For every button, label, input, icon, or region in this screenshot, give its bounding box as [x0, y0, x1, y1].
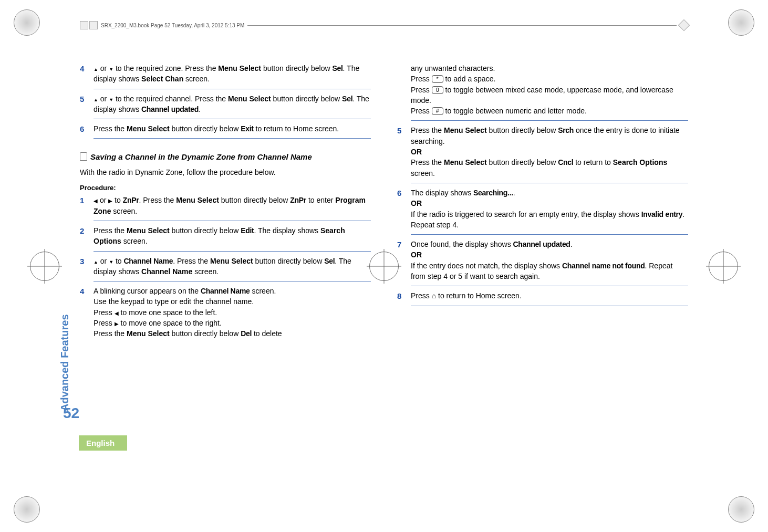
- step-6: 6 Press the Menu Select button directly …: [80, 123, 371, 139]
- text: to enter: [306, 196, 335, 204]
- text: to toggle between mixed case mode, upper…: [411, 86, 673, 105]
- text: screen.: [183, 75, 210, 83]
- subheading: Saving a Channel in the Dynamic Zone fro…: [80, 151, 371, 163]
- text: Once found, the display shows: [411, 240, 513, 248]
- search-options-label: Search Options: [613, 158, 667, 166]
- text: or: [98, 95, 109, 103]
- step-number: 8: [397, 290, 404, 306]
- step-body: or to the required channel. Press the Me…: [94, 93, 371, 120]
- step-body: or to Channel Name. Press the Menu Selec…: [94, 256, 371, 282]
- text: to the required zone. Press the: [113, 64, 218, 72]
- proc-step-4: 4 A blinking cursor appears on the Chann…: [80, 286, 371, 343]
- proc-step-5: 5 Press the Menu Select button directly …: [397, 125, 688, 183]
- proc-step-7: 7 Once found, the display shows Channel …: [397, 239, 688, 286]
- step-number: 7: [397, 239, 404, 286]
- text: screen.: [250, 287, 276, 295]
- down-arrow-icon: [109, 257, 113, 265]
- text: .: [570, 240, 573, 248]
- text: screen.: [121, 237, 148, 245]
- page-number: 52: [63, 405, 79, 422]
- step-5: 5 or to the required channel. Press the …: [80, 93, 371, 120]
- menu-select-label: Menu Select: [210, 257, 253, 265]
- or-label: OR: [411, 199, 422, 207]
- step-number: 5: [80, 93, 87, 120]
- proc-step-8: 8 Press to return to Home screen.: [397, 290, 688, 306]
- text: Press: [94, 308, 115, 317]
- left-arrow-icon: [115, 308, 119, 317]
- step-body: Press to return to Home screen.: [411, 290, 688, 306]
- step-number: 4: [80, 63, 87, 89]
- align-target-left: [30, 252, 59, 280]
- side-tab-label: Advanced Features: [59, 280, 71, 411]
- edit-label: Edit: [241, 226, 254, 235]
- text: Press the: [411, 158, 444, 166]
- step-body: Press the Menu Select button directly be…: [411, 125, 688, 183]
- intro-text: With the radio in Dynamic Zone, follow t…: [80, 167, 371, 178]
- align-target-right: [709, 252, 738, 280]
- procedure-label: Procedure:: [80, 183, 371, 193]
- step-body: or to the required zone. Press the Menu …: [94, 63, 371, 89]
- text: The display shows: [411, 189, 473, 197]
- text: . Press the: [139, 196, 176, 204]
- up-arrow-icon: [94, 257, 98, 265]
- crop-mark-br: [728, 496, 754, 523]
- zero-key-icon: 0: [432, 86, 443, 94]
- text: to: [113, 257, 123, 265]
- exit-label: Exit: [241, 124, 253, 133]
- text: or: [98, 196, 108, 204]
- channel-name-label: Channel Name: [124, 257, 173, 265]
- text: to delete: [252, 329, 282, 338]
- invalid-entry-label: Invalid entry: [641, 210, 683, 218]
- text: screen.: [111, 207, 137, 215]
- step-number-empty: [397, 63, 404, 121]
- step-number: 4: [80, 286, 87, 343]
- left-arrow-icon: [94, 196, 98, 204]
- proc-step-6: 6 The display shows Searching.... OR If …: [397, 187, 688, 235]
- proc-step-1: 1 or to ZnPr. Press the Menu Select butt…: [80, 195, 371, 221]
- book-icon: [89, 21, 98, 29]
- text: Press the: [94, 226, 127, 235]
- right-arrow-icon: [115, 319, 119, 327]
- sel-label: Sel: [342, 95, 352, 103]
- text: screen.: [411, 169, 435, 178]
- text: screen.: [192, 267, 219, 276]
- not-found-label: Channel name not found: [562, 262, 645, 270]
- menu-select-label: Menu Select: [127, 329, 170, 338]
- text: . The display shows: [254, 226, 320, 235]
- text: Press: [411, 75, 432, 83]
- down-arrow-icon: [109, 64, 113, 72]
- text: to move one space to the left.: [119, 308, 217, 317]
- book-header-text: SRX_2200_M3.book Page 52 Tuesday, April …: [101, 23, 244, 28]
- proc-step-4-cont: any unwanted characters. Press * to add …: [397, 63, 688, 121]
- text: If the entry does not match, the display…: [411, 262, 562, 270]
- crop-mark-tr: [728, 9, 754, 36]
- text: If the radio is triggered to search for …: [411, 210, 641, 218]
- text: to the required channel. Press the: [113, 95, 228, 103]
- text: Press: [411, 107, 432, 115]
- text: button directly below: [271, 95, 342, 103]
- text: Press: [411, 86, 432, 94]
- home-icon: [432, 291, 436, 300]
- book-header: SRX_2200_M3.book Page 52 Tuesday, April …: [80, 21, 688, 29]
- text: to return to: [573, 158, 613, 166]
- text: or: [98, 257, 109, 265]
- channel-updated-label: Channel updated: [513, 240, 570, 248]
- text: to move one space to the right.: [119, 319, 222, 327]
- step-number: 6: [80, 123, 87, 139]
- text: Press the: [94, 329, 127, 338]
- proc-step-2: 2 Press the Menu Select button directly …: [80, 225, 371, 252]
- step-body: Press the Menu Select button directly be…: [94, 225, 371, 252]
- text: Press the: [411, 126, 444, 134]
- or-label: OR: [411, 251, 422, 259]
- text: to: [112, 196, 122, 204]
- side-tab: Advanced Features: [59, 280, 75, 453]
- text: button directly below: [487, 158, 558, 166]
- channel-updated-label: Channel updated: [141, 105, 199, 113]
- book-icon: [80, 21, 88, 29]
- step-body: or to ZnPr. Press the Menu Select button…: [94, 195, 371, 221]
- text: button directly below: [170, 329, 241, 338]
- del-label: Del: [241, 329, 252, 338]
- step-body: any unwanted characters. Press * to add …: [411, 63, 688, 121]
- znpr-label: ZnPr: [123, 196, 139, 204]
- text: Press: [94, 319, 115, 327]
